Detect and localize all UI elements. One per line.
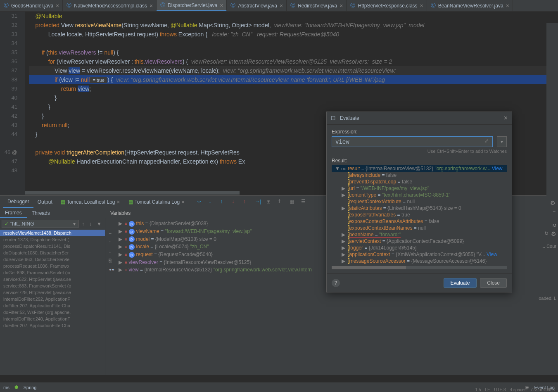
subtab-threads[interactable]: Threads [27,208,55,218]
frame-item[interactable]: doFilter:207, ApplicationFilterCha [0,302,105,309]
tree-row[interactable]: ▶ fmessageSourceAccessor = {MessageSourc… [332,258,507,264]
tab-output[interactable]: Output [33,196,57,208]
frame-item[interactable]: doFilter:207, ApplicationFilterCha [0,322,105,329]
side-label[interactable]: ... Cour [541,244,556,249]
status-item[interactable]: ms [3,385,9,390]
add-watch-icon[interactable]: + [107,220,117,229]
frame-item[interactable]: resolveViewName:1438, Dispatch [0,230,105,236]
tree-row[interactable]: fexposeContextBeansAsAttributes = false [332,218,507,225]
tab-beannameviewresolver[interactable]: ⒸBeanNameViewResolver.java× [427,0,513,11]
tab-tomcat-catalina[interactable]: ▤Tomcat Catalina Log× [124,196,189,208]
drop-frame-icon[interactable]: ↑ [243,199,250,205]
close-icon[interactable]: × [181,199,185,205]
step-out-icon[interactable]: ↑ [220,199,227,205]
tree-row[interactable]: ▶ fbeanName = "forward:" [332,231,507,238]
tree-row[interactable]: fexposePathVariables = true [332,211,507,218]
frames-tabs: Frames Threads [0,208,105,218]
force-step-icon[interactable]: ↓ [232,199,238,205]
tree-row[interactable]: ▼ oo result = {InternalResourceView@5132… [332,165,507,172]
tab-goodshandler[interactable]: ⒸGoodsHandler.java× [0,0,63,11]
status-spring[interactable]: Spring [24,385,37,390]
gear-icon[interactable]: ⚙ [550,200,556,206]
remove-watch-icon[interactable]: − [107,229,117,238]
frame-item[interactable]: service:729, HttpServlet (javax.se [0,289,105,296]
frame-item[interactable]: doFilter:52, WsFilter (org.apache. [0,309,105,316]
close-icon[interactable]: × [506,2,509,9]
frame-item[interactable]: service:883, FrameworkServlet (o [0,283,105,289]
trace-icon[interactable]: ⤴ [278,199,285,205]
tab-dispatcherservlet[interactable]: ⒸDispatcherServlet.java× [157,0,227,11]
expand-icon[interactable]: ⤢ [484,138,489,149]
tree-row[interactable]: fpreventDispatchLoop = false [332,178,507,185]
side-label[interactable]: M [553,223,556,228]
java-icon: Ⓒ [160,2,166,8]
glasses-icon[interactable]: 👓 [107,265,117,274]
tab-nativemethod[interactable]: ⒸNativeMethodAccessorImpl.class× [63,0,157,11]
line-number: 48 [0,166,17,175]
close-icon[interactable]: × [420,2,423,9]
close-icon[interactable]: × [340,2,343,9]
gear-icon[interactable]: ⚙ [551,230,556,237]
expression-input[interactable] [332,136,493,147]
layout-icon[interactable]: ▦ [290,199,296,205]
result-tree[interactable]: ▼ oo result = {InternalResourceView@5132… [332,165,507,264]
frame-item[interactable]: processDispatchResult:1141, Dis [0,243,105,249]
subtab-frames[interactable]: Frames [0,208,27,218]
frame-item[interactable]: doDispatch:1080, DispatcherSer [0,249,105,256]
encoding[interactable]: UTF-8 [494,387,506,392]
close-icon[interactable]: × [56,2,59,9]
frames-list: resolveViewName:1438, Dispatchrender:137… [0,230,105,329]
tree-row[interactable]: ▶ fstaticAttributes = {LinkedHashMap@514… [332,205,507,211]
horizontal-scrollbar[interactable] [332,266,507,269]
move-down-icon[interactable]: ↓ [107,247,117,256]
dialog-header[interactable]: ◫ Evaluate × [327,112,512,125]
expression-dropdown[interactable]: ▾ [497,136,507,147]
tab-httpservletresponse[interactable]: ⒸHttpServletResponse.class× [347,0,427,11]
frame-item[interactable]: doService:963, DispatcherServle [0,256,105,263]
layout-icon2[interactable]: ☰ [301,199,308,205]
copy-icon[interactable]: ⎘ [107,256,117,265]
filter-icon[interactable]: ▼ [95,221,103,227]
log-icon: ▤ [128,199,133,205]
frame-item[interactable]: doGet:898, FrameworkServlet (or [0,269,105,276]
tree-row[interactable]: falwaysInclude = false [332,172,507,178]
step-into-icon[interactable]: ↓ [209,199,215,205]
close-icon[interactable]: × [280,2,283,9]
tab-abstractview[interactable]: ⒸAbstractView.java× [227,0,287,11]
prev-frame-icon[interactable]: ↑ [80,221,86,227]
frame-item[interactable]: render:1373, DispatcherServlet ( [0,236,105,243]
cursor-position[interactable]: 1:5 [475,387,481,392]
help-icon[interactable]: ? [332,279,340,287]
tree-row[interactable]: ▶ flogger = {Jdk14Logger@5145} [332,245,507,251]
refresh-icon[interactable]: ↻ [544,230,549,237]
tree-row[interactable]: fexposedContextBeanNames = null [332,225,507,231]
tree-row[interactable]: ▶ furl = "/WEB-INF/pages/my_view.jsp" [332,185,507,192]
line-number: 42 [0,112,17,121]
tree-row[interactable]: ▶ fcontentType = "text/html;charset=ISO-… [332,192,507,198]
frame-item[interactable]: internalDoFilter:240, ApplicationF [0,316,105,322]
tree-row[interactable]: ▶ fapplicationContext = {XmlWebApplicati… [332,251,507,258]
frame-item[interactable]: service:622, HttpServlet (javax.se [0,276,105,283]
tree-row[interactable]: frequestContextAttribute = null [332,198,507,205]
tab-redirectview[interactable]: ⒸRedirectView.java× [287,0,347,11]
tab-debugger[interactable]: Debugger [3,196,33,208]
tree-row[interactable]: ▶ fservletContext = {ApplicationContextF… [332,238,507,245]
close-button[interactable]: Close [480,278,507,288]
tab-label: RedirectView.java [298,3,337,9]
indent[interactable]: 4 spaces [510,387,527,392]
tab-tomcat-localhost[interactable]: ▤Tomcat Localhost Log× [57,196,124,208]
next-frame-icon[interactable]: ↓ [88,221,93,227]
frame-item[interactable]: internalDoFilter:292, ApplicationF [0,296,105,302]
step-over-icon[interactable]: ⤻ [197,199,204,205]
run-to-cursor-icon[interactable]: →| [255,199,261,205]
thread-selector[interactable]: ✓ "htt...NING ▾ [2,220,78,228]
move-up-icon[interactable]: ↑ [107,238,117,247]
line-ending[interactable]: LF [485,387,490,392]
close-icon[interactable]: × [117,199,120,205]
frame-item[interactable]: processRequest:1006, Framewo [0,263,105,269]
evaluate-button[interactable]: Evaluate [444,278,477,288]
close-icon[interactable]: × [150,2,153,9]
close-icon[interactable]: × [504,114,508,122]
close-icon[interactable]: × [220,2,223,9]
evaluate-icon[interactable]: ⊞ [266,199,273,205]
